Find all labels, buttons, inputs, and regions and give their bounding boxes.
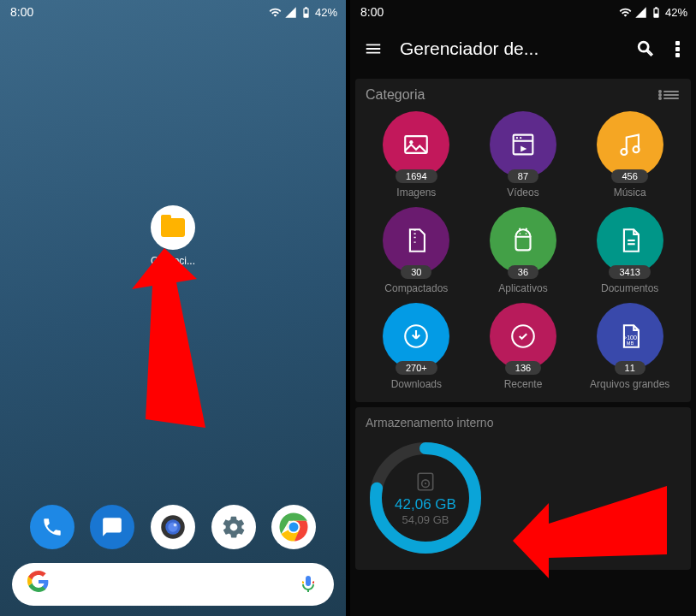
category-count: 270+ [396,361,437,375]
svg-marker-0 [132,248,205,428]
battery-pct-r: 42% [665,6,687,19]
category-circle [490,303,556,370]
svg-point-13 [520,137,521,139]
google-logo-icon [27,571,50,598]
category-label: Compactados [384,282,448,294]
svg-marker-31 [513,486,667,578]
category-label: Imagens [396,187,436,198]
battery-icon [300,6,312,19]
category-documentos[interactable]: 3413 Documentos [579,207,681,294]
statusbar-right: 8:00 42% [350,0,696,24]
dock-settings[interactable] [211,505,256,549]
storage-donut: 42,06 GB 54,09 GB [366,438,485,558]
svg-line-16 [520,228,521,231]
category-label: Aplicativos [498,282,547,294]
category-count: 3413 [609,265,650,279]
phone-home-screen: 8:00 42% Gerenci... [0,0,346,616]
more-icon[interactable] [672,41,682,57]
dock [0,505,346,549]
category-count: 87 [508,169,538,183]
category-label: Recente [504,378,543,390]
category-circle: >100MB [597,303,663,370]
category-vídeos[interactable]: 87 Vídeos [473,111,574,198]
menu-icon[interactable] [364,39,383,58]
category-circle [597,207,663,274]
search-bar[interactable] [12,563,334,606]
category-count: 136 [505,361,541,375]
donut-center: 42,06 GB 54,09 GB [366,438,485,558]
dock-phone[interactable] [30,505,74,549]
category-label: Vídeos [507,187,538,198]
category-panel: Categoria 1694 Imagens 87 Vídeos 456 Mús… [355,79,691,402]
phone-filemanager-app: 8:00 42% Gerenciador de... Categoria 169… [350,0,696,616]
statusbar-time-r: 8:00 [360,5,384,19]
annotation-arrow-left [86,248,214,436]
svg-point-12 [516,137,518,139]
category-arquivos-grandes[interactable]: >100MB 11 Arquivos grandes [579,303,681,390]
storage-used: 42,06 GB [395,496,456,513]
category-compactados[interactable]: 30 Compactados [366,207,467,294]
category-circle [490,207,556,274]
app-icon-circle [151,205,195,250]
category-count: 36 [508,265,538,279]
svg-point-18 [520,233,521,234]
statusbar-icons: 42% [269,0,346,24]
disk-icon [414,471,437,493]
category-count: 11 [615,361,645,375]
mic-icon[interactable] [298,574,318,595]
appbar-title: Gerenciador de... [400,38,619,59]
search-icon[interactable] [636,39,655,58]
category-title: Categoria [366,87,425,103]
category-label: Música [614,187,646,198]
svg-text:MB: MB [626,341,634,346]
dock-camera[interactable] [151,505,195,549]
svg-point-4 [174,524,177,527]
category-recente[interactable]: 136 Recente [473,303,574,390]
category-circle [490,111,556,178]
category-circle [597,111,663,178]
annotation-arrow-right [513,477,675,580]
storage-title: Armazenamento interno [366,416,681,429]
category-label: Documentos [601,282,658,294]
category-grid: 1694 Imagens 87 Vídeos 456 Música 30 Com… [366,111,681,390]
category-count: 30 [401,265,431,279]
svg-point-19 [526,233,527,234]
statusbar-time: 8:00 [10,5,33,19]
dock-chrome[interactable] [271,505,316,549]
category-circle [383,111,449,178]
signal-icon [634,6,647,19]
category-count: 1694 [396,169,437,183]
battery-icon [650,6,663,19]
category-circle [383,207,449,274]
category-circle [383,303,449,370]
wifi-icon [619,6,632,19]
view-toggle-icon[interactable] [663,91,681,99]
category-imagens[interactable]: 1694 Imagens [366,111,467,198]
svg-point-3 [168,522,177,531]
category-downloads[interactable]: 270+ Downloads [366,303,467,390]
svg-point-8 [639,43,648,51]
svg-line-17 [526,228,526,231]
category-header: Categoria [366,87,681,103]
category-aplicativos[interactable]: 36 Aplicativos [473,207,574,294]
category-count: 456 [611,169,647,183]
statusbar-left: 8:00 42% [0,0,346,24]
signal-icon [284,6,297,19]
battery-pct: 42% [315,6,337,19]
category-label: Arquivos grandes [590,378,669,390]
svg-point-7 [289,523,299,532]
folder-icon [161,218,185,237]
dock-messages[interactable] [90,505,134,549]
svg-point-30 [425,483,426,484]
category-música[interactable]: 456 Música [579,111,681,198]
statusbar-icons-r: 42% [619,0,696,24]
category-label: Downloads [391,378,442,390]
wifi-icon [269,6,282,19]
storage-total: 54,09 GB [402,513,449,526]
svg-point-15 [633,146,639,152]
appbar: Gerenciador de... [350,24,696,74]
